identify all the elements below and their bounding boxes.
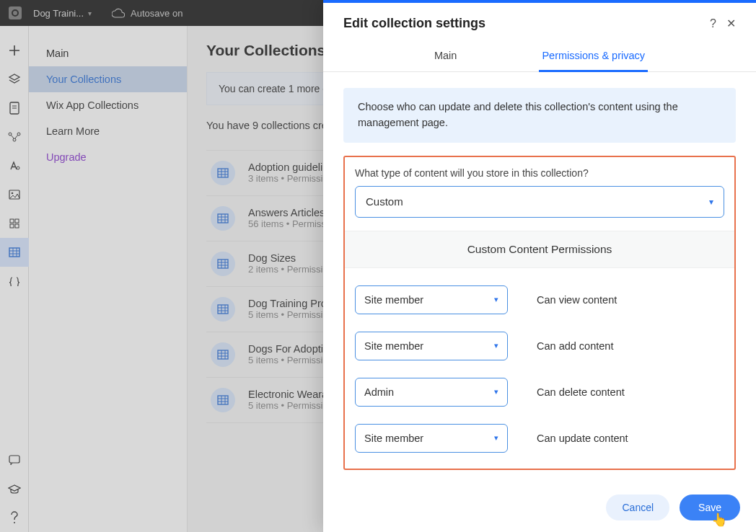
permissions-info: Choose who can update and delete this co… — [343, 88, 736, 143]
highlighted-region: What type of content will you store in t… — [343, 156, 736, 470]
content-type-label: What type of content will you store in t… — [355, 167, 724, 179]
perm-update-label: Can update content — [537, 433, 628, 444]
perm-view-value: Site member — [364, 294, 423, 306]
chevron-down-icon: ▾ — [494, 295, 498, 304]
perm-update-value: Site member — [364, 433, 423, 444]
close-icon[interactable]: ✕ — [726, 17, 736, 30]
content-type-value: Custom — [366, 195, 403, 208]
chevron-down-icon: ▾ — [494, 387, 498, 396]
perm-delete-select[interactable]: Admin ▾ — [355, 378, 508, 407]
chevron-down-icon: ▾ — [494, 433, 498, 443]
tab-permissions[interactable]: Permissions & privacy — [539, 43, 648, 72]
perm-view-label: Can view content — [537, 294, 617, 306]
perm-update-select[interactable]: Site member ▾ — [355, 424, 508, 453]
save-button[interactable]: Save — [680, 495, 740, 520]
perm-add-value: Site member — [364, 340, 423, 352]
perm-add-select[interactable]: Site member ▾ — [355, 332, 508, 360]
perm-view-select[interactable]: Site member ▾ — [355, 285, 508, 314]
content-type-select[interactable]: Custom ▾ — [355, 186, 724, 218]
chevron-down-icon: ▾ — [494, 341, 498, 350]
perm-add-label: Can add content — [537, 340, 613, 352]
edit-collection-panel: Edit collection settings ? ✕ Main Permis… — [323, 0, 756, 532]
panel-tabs: Main Permissions & privacy — [323, 34, 756, 72]
perm-delete-label: Can delete content — [537, 386, 625, 398]
panel-title: Edit collection settings — [343, 16, 700, 31]
tab-main[interactable]: Main — [431, 43, 460, 71]
perm-delete-value: Admin — [364, 386, 394, 398]
chevron-down-icon: ▾ — [709, 197, 713, 207]
help-icon[interactable]: ? — [710, 17, 716, 30]
custom-permissions-heading: Custom Content Permissions — [345, 231, 734, 268]
cancel-button[interactable]: Cancel — [606, 495, 669, 520]
